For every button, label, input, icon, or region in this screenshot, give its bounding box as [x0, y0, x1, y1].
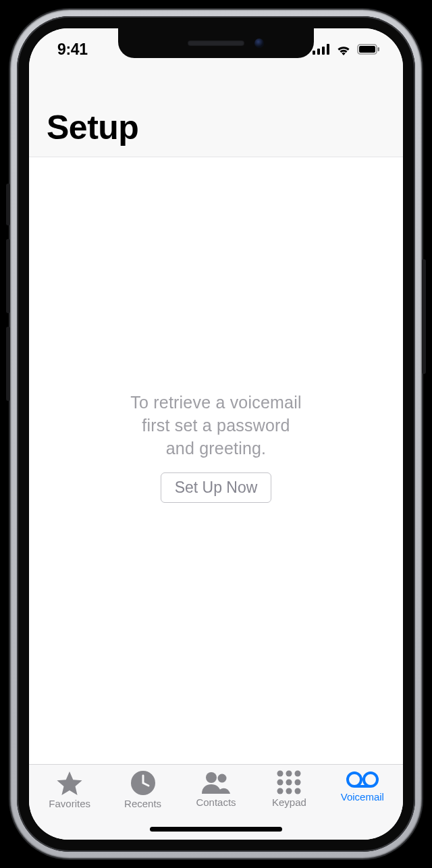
tab-recents[interactable]: Recents — [106, 770, 179, 809]
tab-label: Contacts — [196, 796, 236, 808]
tab-label: Voicemail — [341, 791, 384, 803]
status-icons — [313, 43, 380, 55]
notch — [118, 28, 314, 58]
svg-point-20 — [364, 773, 377, 786]
speaker-grille — [188, 40, 244, 46]
tab-keypad[interactable]: Keypad — [252, 770, 325, 808]
svg-point-19 — [348, 773, 361, 786]
tab-label: Favorites — [49, 798, 90, 809]
svg-rect-5 — [359, 46, 375, 53]
svg-point-16 — [277, 788, 284, 794]
star-icon — [56, 770, 83, 796]
tab-label: Keypad — [272, 796, 306, 808]
svg-point-9 — [218, 774, 227, 783]
mute-switch — [6, 184, 10, 225]
page-title: Setup — [47, 108, 385, 147]
svg-point-17 — [286, 788, 292, 794]
battery-icon — [357, 44, 380, 55]
svg-point-18 — [295, 788, 301, 794]
device-frame: 9:41 — [10, 9, 422, 859]
setup-prompt: To retrieve a voicemail first set a pass… — [130, 391, 301, 460]
clock-icon — [130, 770, 156, 796]
svg-rect-1 — [317, 49, 320, 55]
device-rim: 9:41 — [17, 16, 415, 852]
svg-rect-2 — [322, 47, 325, 55]
contacts-icon — [201, 770, 231, 794]
svg-point-12 — [295, 771, 301, 777]
svg-point-14 — [286, 780, 292, 786]
tab-favorites[interactable]: Favorites — [33, 770, 106, 809]
svg-point-10 — [277, 771, 284, 777]
tab-voicemail[interactable]: Voicemail — [326, 770, 399, 803]
volume-down-button — [6, 327, 10, 401]
cellular-icon — [313, 44, 330, 55]
prompt-line: To retrieve a voicemail — [130, 393, 301, 412]
svg-rect-3 — [327, 44, 329, 55]
front-camera — [254, 38, 264, 48]
set-up-now-button[interactable]: Set Up Now — [161, 472, 272, 503]
power-button — [422, 259, 426, 374]
voicemail-icon — [346, 770, 379, 789]
svg-point-8 — [206, 772, 217, 783]
tab-label: Recents — [124, 798, 161, 809]
svg-rect-6 — [378, 47, 380, 51]
status-time: 9:41 — [57, 40, 88, 59]
screen: 9:41 — [29, 28, 403, 840]
tab-contacts[interactable]: Contacts — [180, 770, 252, 808]
page-header: Setup — [29, 70, 403, 157]
main-content: To retrieve a voicemail first set a pass… — [29, 157, 403, 764]
home-indicator[interactable] — [150, 827, 282, 832]
prompt-line: and greeting. — [166, 439, 267, 458]
svg-rect-0 — [313, 51, 315, 55]
keypad-icon — [277, 770, 301, 794]
svg-point-11 — [286, 771, 292, 777]
volume-up-button — [6, 239, 10, 313]
prompt-line: first set a password — [142, 416, 290, 435]
svg-point-15 — [295, 780, 301, 786]
wifi-icon — [335, 43, 352, 55]
svg-point-13 — [277, 780, 284, 786]
